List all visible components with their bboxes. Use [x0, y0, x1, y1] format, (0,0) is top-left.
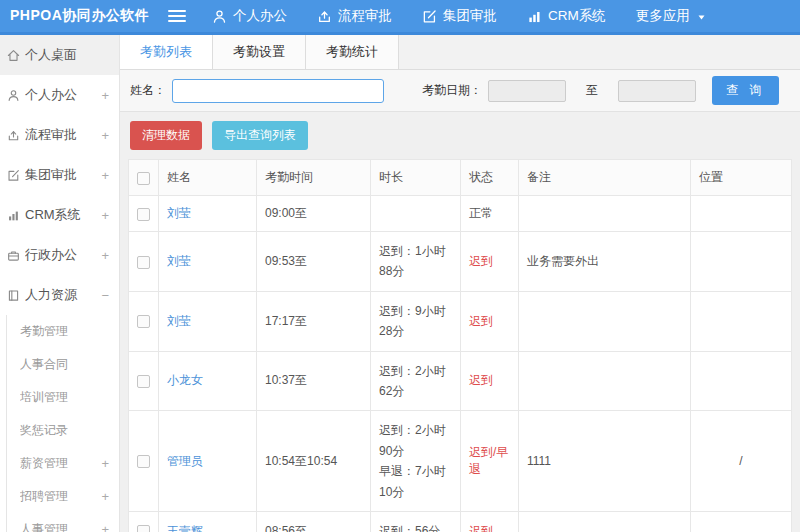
- employee-name-link[interactable]: 刘莹: [167, 314, 191, 328]
- sidebar-item-label: 人力资源: [25, 286, 97, 304]
- duration-line: 迟到：1小时88分: [379, 241, 452, 282]
- name-cell: 管理员: [159, 411, 257, 512]
- sidebar-sub-item-label: 人事合同: [20, 356, 105, 373]
- time-cell: 17:17至: [257, 291, 371, 351]
- flow-icon: [317, 9, 332, 24]
- export-list-button[interactable]: 导出查询列表: [212, 121, 308, 150]
- employee-name-link[interactable]: 管理员: [167, 454, 203, 468]
- topbar-nav-item[interactable]: 个人办公: [212, 7, 287, 25]
- tab-1[interactable]: 考勤设置: [213, 35, 306, 69]
- topbar-nav-item[interactable]: 集团审批: [422, 7, 497, 25]
- topbar-nav-item[interactable]: CRM系统: [527, 7, 606, 25]
- row-checkbox[interactable]: [137, 256, 150, 269]
- topbar-nav-label: 更多应用: [636, 7, 690, 25]
- name-cell: 刘莹: [159, 196, 257, 232]
- user-icon: [212, 9, 227, 24]
- date-from-input[interactable]: [488, 80, 566, 102]
- name-input[interactable]: [172, 79, 384, 103]
- row-checkbox[interactable]: [137, 315, 150, 328]
- date-to-input[interactable]: [618, 80, 696, 102]
- expand-toggle-icon[interactable]: +: [101, 128, 109, 143]
- search-button[interactable]: 查 询: [712, 76, 779, 105]
- caret-down-icon: [696, 10, 707, 23]
- row-checkbox[interactable]: [137, 375, 150, 388]
- expand-toggle-icon[interactable]: +: [101, 88, 109, 103]
- select-all-checkbox[interactable]: [137, 172, 150, 185]
- row-checkbox-cell: [129, 351, 159, 411]
- sidebar-item[interactable]: 个人桌面: [0, 35, 119, 75]
- status-cell: 迟到: [461, 232, 519, 292]
- tab-2[interactable]: 考勤统计: [306, 35, 399, 69]
- status-cell: 迟到: [461, 291, 519, 351]
- topbar-nav-item[interactable]: 流程审批: [317, 7, 392, 25]
- sidebar-sub-item-label: 培训管理: [20, 389, 105, 406]
- column-header: 备注: [519, 160, 691, 196]
- employee-name-link[interactable]: 小龙女: [167, 373, 203, 387]
- employee-name-link[interactable]: 王壹辉: [167, 524, 203, 532]
- row-checkbox[interactable]: [137, 208, 150, 221]
- row-checkbox-cell: [129, 291, 159, 351]
- duration-cell: [371, 196, 461, 232]
- app-logo: PHPOA协同办公软件: [0, 7, 160, 25]
- sidebar-item[interactable]: 集团审批+: [0, 155, 119, 195]
- sidebar-item[interactable]: 流程审批+: [0, 115, 119, 155]
- location-cell: [691, 232, 792, 292]
- clear-data-button[interactable]: 清理数据: [130, 121, 202, 150]
- sidebar-item-label: 个人桌面: [25, 46, 105, 64]
- sidebar-sub-item[interactable]: 考勤管理: [7, 315, 119, 348]
- menu-toggle-icon[interactable]: [168, 10, 186, 22]
- expand-toggle-icon[interactable]: +: [101, 168, 109, 183]
- table-row: 管理员10:54至10:54迟到：2小时90分早退：7小时10分迟到/早退111…: [129, 411, 792, 512]
- employee-name-link[interactable]: 刘莹: [167, 254, 191, 268]
- sidebar-sub-item[interactable]: 人事合同: [7, 348, 119, 381]
- sidebar-sub-item[interactable]: 奖惩记录: [7, 414, 119, 447]
- name-label: 姓名：: [130, 82, 166, 99]
- row-checkbox-cell: [129, 196, 159, 232]
- sidebar-item[interactable]: CRM系统+: [0, 195, 119, 235]
- topbar-nav: 个人办公流程审批集团审批CRM系统更多应用: [212, 7, 707, 25]
- name-cell: 小龙女: [159, 351, 257, 411]
- sidebar-sub-item-label: 薪资管理: [20, 455, 97, 472]
- flow-icon: [7, 129, 20, 142]
- filter-bar: 姓名： 考勤日期： 至 查 询: [120, 70, 800, 112]
- user-icon: [7, 89, 20, 102]
- table-row: 刘莹17:17至迟到：9小时28分迟到: [129, 291, 792, 351]
- duration-line: 迟到：56分: [379, 521, 452, 532]
- time-cell: 10:54至10:54: [257, 411, 371, 512]
- status-badge: 正常: [469, 206, 493, 220]
- sidebar-sub-list: 考勤管理人事合同培训管理奖惩记录薪资管理+招聘管理+人事管理+基础类别设置+: [6, 315, 119, 532]
- expand-toggle-icon[interactable]: −: [101, 288, 109, 303]
- sidebar-sub-item[interactable]: 招聘管理+: [7, 480, 119, 513]
- remark-cell: [519, 351, 691, 411]
- expand-toggle-icon[interactable]: +: [101, 456, 109, 471]
- expand-toggle-icon[interactable]: +: [101, 489, 109, 504]
- expand-toggle-icon[interactable]: +: [101, 522, 109, 532]
- status-cell: 迟到: [461, 511, 519, 532]
- expand-toggle-icon[interactable]: +: [101, 248, 109, 263]
- status-badge: 迟到: [469, 254, 493, 268]
- time-cell: 10:37至: [257, 351, 371, 411]
- duration-cell: 迟到：9小时28分: [371, 291, 461, 351]
- sidebar-item[interactable]: 个人办公+: [0, 75, 119, 115]
- sidebar-item[interactable]: 人力资源−: [0, 275, 119, 315]
- status-cell: 迟到/早退: [461, 411, 519, 512]
- expand-toggle-icon[interactable]: +: [101, 208, 109, 223]
- column-header: 姓名: [159, 160, 257, 196]
- sidebar-sub-item[interactable]: 人事管理+: [7, 513, 119, 532]
- topbar-nav-label: CRM系统: [548, 7, 606, 25]
- sidebar-item[interactable]: 行政办公+: [0, 235, 119, 275]
- sidebar-sub-item[interactable]: 培训管理: [7, 381, 119, 414]
- select-all-cell: [129, 160, 159, 196]
- topbar-nav-item[interactable]: 更多应用: [636, 7, 707, 25]
- table-row: 小龙女10:37至迟到：2小时62分迟到: [129, 351, 792, 411]
- row-checkbox[interactable]: [137, 455, 150, 468]
- sidebar-sub-item[interactable]: 薪资管理+: [7, 447, 119, 480]
- edit-icon: [7, 169, 20, 182]
- duration-line: 迟到：2小时62分: [379, 361, 452, 402]
- attendance-table: 姓名考勤时间时长状态备注位置 刘莹09:00至正常刘莹09:53至迟到：1小时8…: [128, 159, 792, 532]
- location-cell: /: [691, 411, 792, 512]
- row-checkbox[interactable]: [137, 525, 150, 532]
- employee-name-link[interactable]: 刘莹: [167, 206, 191, 220]
- tab-0[interactable]: 考勤列表: [120, 35, 213, 69]
- remark-cell: [519, 291, 691, 351]
